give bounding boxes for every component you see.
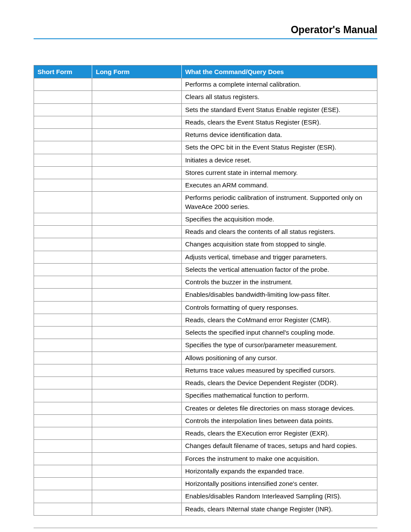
table-cell-short xyxy=(34,402,92,414)
table-cell-short xyxy=(34,179,92,192)
table-row: Executes an ARM command. xyxy=(34,179,377,192)
table-cell-desc: Forces the instrument to make one acquis… xyxy=(181,452,377,465)
table-cell-desc: Horizontally expands the expanded trace. xyxy=(181,465,377,477)
table-row: Selects the specified input channel's co… xyxy=(34,327,377,339)
table-cell-short xyxy=(34,103,92,116)
table-row: Reads and clears the contents of all sta… xyxy=(34,226,377,238)
table-cell-long xyxy=(92,478,181,490)
table-row: Reads, clears the Event Status Register … xyxy=(34,116,377,128)
page-title: Operator's Manual xyxy=(34,24,377,39)
table-row: Changes acquisition state from stopped t… xyxy=(34,238,377,251)
table-cell-long xyxy=(92,289,181,301)
table-cell-long xyxy=(92,276,181,289)
table-row: Creates or deletes file directories on m… xyxy=(34,402,377,414)
table-row: Stores current state in internal memory. xyxy=(34,166,377,179)
table-cell-long xyxy=(92,91,181,103)
table-cell-long xyxy=(92,166,181,179)
table-row: Changes default filename of traces, setu… xyxy=(34,440,377,452)
footer-rule xyxy=(34,528,377,528)
column-header-desc: What the Command/Query Does xyxy=(181,65,377,78)
table-cell-short xyxy=(34,427,92,440)
table-cell-short xyxy=(34,327,92,339)
table-row: Enables/disables Random Interleaved Samp… xyxy=(34,490,377,503)
table-cell-short xyxy=(34,129,92,141)
table-cell-desc: Specifies the acquisition mode. xyxy=(181,213,377,225)
table-row: Initiates a device reset. xyxy=(34,154,377,166)
table-row: Specifies the type of cursor/parameter m… xyxy=(34,339,377,352)
table-cell-long xyxy=(92,327,181,339)
table-cell-long xyxy=(92,503,181,515)
table-row: Reads, clears INternal state change Regi… xyxy=(34,503,377,515)
table-cell-long xyxy=(92,402,181,414)
table-cell-short xyxy=(34,414,92,427)
table-cell-desc: Reads, clears the EXecution error Regist… xyxy=(181,427,377,440)
table-cell-short xyxy=(34,452,92,465)
table-cell-short xyxy=(34,78,92,91)
table-row: Allows positioning of any cursor. xyxy=(34,352,377,364)
table-row: Sets the standard Event Status Enable re… xyxy=(34,103,377,116)
table-cell-long xyxy=(92,129,181,141)
table-cell-desc: Reads, clears INternal state change Regi… xyxy=(181,503,377,515)
table-cell-short xyxy=(34,213,92,225)
table-cell-long xyxy=(92,103,181,116)
table-cell-long xyxy=(92,427,181,440)
table-cell-desc: Specifies mathematical function to perfo… xyxy=(181,389,377,402)
table-cell-long xyxy=(92,78,181,91)
table-cell-desc: Sets the OPC bit in the Event Status Reg… xyxy=(181,141,377,154)
table-cell-long xyxy=(92,377,181,389)
table-cell-short xyxy=(34,389,92,402)
table-cell-long xyxy=(92,238,181,251)
table-row: Horizontally positions intensified zone'… xyxy=(34,478,377,490)
table-row: Reads, clears the CoMmand error Register… xyxy=(34,314,377,326)
table-cell-short xyxy=(34,192,92,213)
table-cell-long xyxy=(92,352,181,364)
table-cell-long xyxy=(92,490,181,503)
table-cell-desc: Specifies the type of cursor/parameter m… xyxy=(181,339,377,352)
table-cell-long xyxy=(92,414,181,427)
table-row: Specifies the acquisition mode. xyxy=(34,213,377,225)
table-cell-short xyxy=(34,116,92,128)
table-cell-long xyxy=(92,154,181,166)
table-cell-long xyxy=(92,465,181,477)
table-cell-desc: Reads and clears the contents of all sta… xyxy=(181,226,377,238)
table-cell-long xyxy=(92,141,181,154)
table-cell-long xyxy=(92,263,181,276)
table-cell-short xyxy=(34,465,92,477)
table-cell-long xyxy=(92,314,181,326)
table-cell-short xyxy=(34,154,92,166)
table-cell-long xyxy=(92,251,181,263)
table-cell-long xyxy=(92,389,181,402)
table-cell-short xyxy=(34,166,92,179)
table-cell-short xyxy=(34,440,92,452)
table-cell-short xyxy=(34,141,92,154)
table-cell-short xyxy=(34,490,92,503)
table-cell-desc: Sets the standard Event Status Enable re… xyxy=(181,103,377,116)
table-row: Horizontally expands the expanded trace. xyxy=(34,465,377,477)
table-cell-short xyxy=(34,91,92,103)
table-row: Performs a complete internal calibration… xyxy=(34,78,377,91)
table-cell-long xyxy=(92,116,181,128)
table-cell-desc: Executes an ARM command. xyxy=(181,179,377,192)
table-cell-desc: Performs a complete internal calibration… xyxy=(181,78,377,91)
table-cell-long xyxy=(92,213,181,225)
table-cell-desc: Clears all status registers. xyxy=(181,91,377,103)
table-row: Adjusts vertical, timebase and trigger p… xyxy=(34,251,377,263)
table-cell-desc: Enables/disables Random Interleaved Samp… xyxy=(181,490,377,503)
table-row: Selects the vertical attenuation factor … xyxy=(34,263,377,276)
table-cell-desc: Reads, clears the Device Dependent Regis… xyxy=(181,377,377,389)
table-row: Clears all status registers. xyxy=(34,91,377,103)
table-cell-desc: Controls the interpolation lines between… xyxy=(181,414,377,427)
table-cell-short xyxy=(34,364,92,376)
table-cell-desc: Initiates a device reset. xyxy=(181,154,377,166)
table-cell-short xyxy=(34,226,92,238)
table-row: Controls formatting of query responses. xyxy=(34,301,377,314)
table-cell-short xyxy=(34,251,92,263)
table-cell-short xyxy=(34,263,92,276)
table-cell-long xyxy=(92,452,181,465)
table-cell-short xyxy=(34,314,92,326)
table-cell-desc: Reads, clears the CoMmand error Register… xyxy=(181,314,377,326)
table-cell-short xyxy=(34,352,92,364)
table-cell-short xyxy=(34,289,92,301)
table-row: Returns device identification data. xyxy=(34,129,377,141)
table-row: Specifies mathematical function to perfo… xyxy=(34,389,377,402)
